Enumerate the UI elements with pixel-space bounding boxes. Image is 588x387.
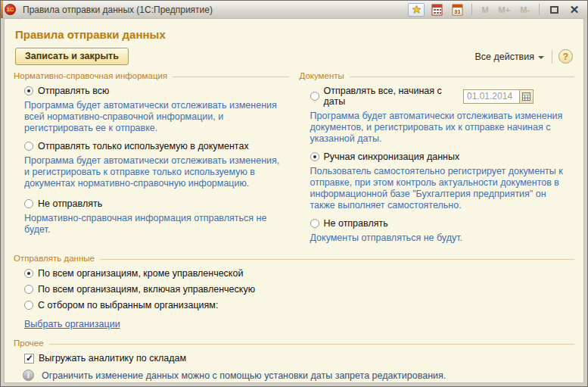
command-bar: Записать и закрыть Все действия ? xyxy=(15,48,573,65)
top-groups: Нормативно-справочная информация Отправл… xyxy=(14,68,574,251)
radio-icon xyxy=(24,269,33,278)
radio-all-orgs-including-managerial[interactable]: По всем организациям, включая управленче… xyxy=(24,284,574,295)
group-nsi-title: Нормативно-справочная информация xyxy=(14,71,167,80)
group-send-data-header: Отправлять данные xyxy=(14,254,574,263)
form-body: Правила отправки данных Записать и закры… xyxy=(4,18,584,383)
radio-label: По всем организациям, кроме управленческ… xyxy=(38,268,243,279)
save-and-close-button[interactable]: Записать и закрыть xyxy=(15,48,129,65)
command-bar-separator xyxy=(552,50,552,64)
group-other-header: Прочее xyxy=(14,339,574,348)
calendar-icon[interactable]: 31 xyxy=(449,3,465,17)
radio-icon xyxy=(24,199,33,208)
radio-icon xyxy=(24,285,33,294)
group-line xyxy=(350,76,574,77)
group-nsi-header: Нормативно-справочная информация xyxy=(14,71,289,80)
description-text: Программа будет автоматически отслеживат… xyxy=(24,155,285,189)
checkbox-label: Выгружать аналитику по складам xyxy=(39,353,186,364)
titlebar-icons: 31 M M+ M- ✕ xyxy=(408,3,583,17)
description-text: Пользователь самостоятельно регистрирует… xyxy=(310,166,571,211)
svg-text:31: 31 xyxy=(454,8,461,15)
description-text: Нормативно-справочная информация отправл… xyxy=(24,213,285,236)
restore-icon xyxy=(550,6,558,14)
group-documents-title: Документы xyxy=(300,71,344,80)
description-text: Программа будет автоматически отслеживат… xyxy=(24,100,285,134)
all-actions-label: Все действия xyxy=(474,51,534,62)
description-text: Документы отправляться не будут. xyxy=(310,233,571,244)
radio-label: С отбором по выбранным организациям: xyxy=(38,300,218,311)
checkbox-icon xyxy=(24,354,34,364)
restore-window-button[interactable] xyxy=(546,3,562,17)
info-icon: i xyxy=(23,370,34,381)
group-nsi: Нормативно-справочная информация Отправл… xyxy=(14,68,289,251)
group-line xyxy=(173,76,288,77)
group-line xyxy=(49,344,574,345)
window-title: Правила отправки данных (1С:Предприятие) xyxy=(23,5,408,15)
radio-send-all-nsi[interactable]: Отправлять всю xyxy=(24,86,289,96)
select-organizations-link[interactable]: Выбрать организации xyxy=(24,319,120,329)
page-title: Правила отправки данных xyxy=(15,28,574,41)
group-line xyxy=(100,259,574,260)
date-picker-button[interactable] xyxy=(519,89,534,104)
radio-icon xyxy=(310,92,319,101)
radio-label: Ручная синхронизация данных xyxy=(324,151,460,162)
titlebar-separator xyxy=(471,4,472,15)
radio-filter-selected-orgs[interactable]: С отбором по выбранным организациям: xyxy=(24,300,574,311)
radio-send-used-nsi[interactable]: Отправлять только используемую в докумен… xyxy=(24,141,289,151)
radio-manual-sync[interactable]: Ручная синхронизация данных xyxy=(310,151,575,162)
radio-icon xyxy=(24,86,33,95)
group-documents: Документы Отправлять все, начиная с даты xyxy=(300,68,575,251)
radio-label: Отправлять все, начиная с даты xyxy=(324,86,464,107)
radio-send-docs-from-date[interactable]: Отправлять все, начиная с даты xyxy=(310,86,575,107)
start-date-input[interactable] xyxy=(463,89,519,104)
chevron-down-icon xyxy=(538,56,544,59)
radio-icon xyxy=(310,219,319,228)
radio-dont-send-docs[interactable]: Не отправлять xyxy=(310,218,575,229)
memory-m-minus-button[interactable]: M- xyxy=(517,5,533,14)
group-other: Прочее Выгружать аналитику по складам i … xyxy=(14,339,574,383)
group-send-data: Отправлять данные По всем организациям, … xyxy=(14,254,574,332)
calculator-icon[interactable] xyxy=(428,3,445,17)
radio-icon xyxy=(24,301,33,310)
group-other-title: Прочее xyxy=(14,339,44,348)
radio-icon xyxy=(24,142,33,151)
titlebar: 1С Правила отправки данных (1С:Предприят… xyxy=(1,1,587,18)
group-send-data-title: Отправлять данные xyxy=(14,254,95,263)
radio-icon xyxy=(310,152,319,161)
close-icon: ✕ xyxy=(570,6,580,14)
radio-label: По всем организациям, включая управленче… xyxy=(38,284,255,295)
help-button[interactable]: ? xyxy=(558,49,573,64)
memory-m-plus-button[interactable]: M+ xyxy=(496,5,514,14)
description-text: Программа будет автоматически отслеживат… xyxy=(310,111,571,145)
all-actions-button[interactable]: Все действия xyxy=(473,50,546,64)
radio-label: Отправлять только используемую в докумен… xyxy=(38,141,249,151)
app-window: 1С Правила отправки данных (1С:Предприят… xyxy=(0,0,588,387)
titlebar-separator xyxy=(539,4,540,15)
info-row: i Ограничить изменение данных можно с по… xyxy=(23,370,574,382)
favorites-star-icon[interactable] xyxy=(408,3,425,17)
date-field-group xyxy=(463,89,534,104)
radio-dont-send-nsi[interactable]: Не отправлять xyxy=(24,198,289,209)
info-text: Ограничить изменение данных можно с помо… xyxy=(42,370,446,382)
radio-all-orgs-except-managerial[interactable]: По всем организациям, кроме управленческ… xyxy=(24,268,574,279)
radio-label: Не отправлять xyxy=(324,218,388,229)
app-logo-icon[interactable]: 1С xyxy=(5,4,16,15)
checkbox-export-warehouse-analytics[interactable]: Выгружать аналитику по складам xyxy=(24,353,574,364)
close-window-button[interactable]: ✕ xyxy=(566,3,583,17)
radio-label: Отправлять всю xyxy=(38,86,109,96)
memory-m-button[interactable]: M xyxy=(478,5,491,14)
group-documents-header: Документы xyxy=(300,71,575,80)
command-bar-right: Все действия ? xyxy=(473,49,573,64)
radio-label: Не отправлять xyxy=(38,198,102,209)
